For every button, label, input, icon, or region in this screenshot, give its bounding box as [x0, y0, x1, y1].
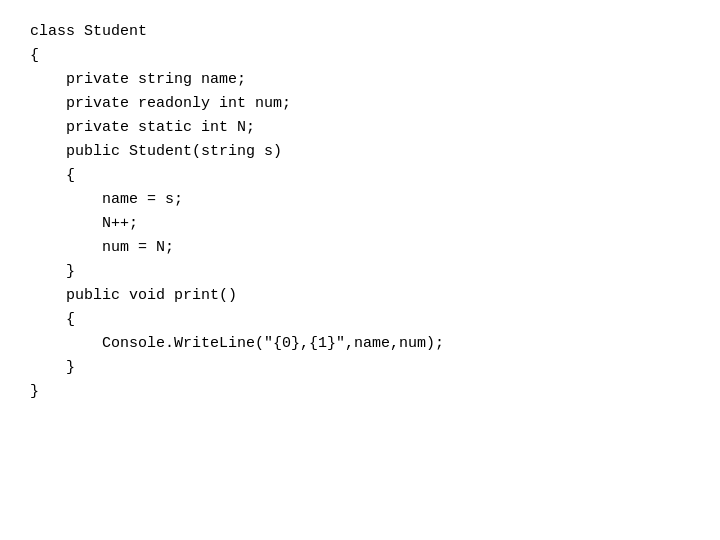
code-line: }: [30, 380, 690, 404]
code-line: {: [30, 308, 690, 332]
code-line: }: [30, 356, 690, 380]
code-line: public Student(string s): [30, 140, 690, 164]
code-line: name = s;: [30, 188, 690, 212]
code-line: N++;: [30, 212, 690, 236]
code-line: public void print(): [30, 284, 690, 308]
code-line: {: [30, 164, 690, 188]
code-line: {: [30, 44, 690, 68]
code-line: Console.WriteLine("{0},{1}",name,num);: [30, 332, 690, 356]
code-display: class Student{ private string name; priv…: [0, 0, 720, 540]
code-line: private string name;: [30, 68, 690, 92]
code-line: class Student: [30, 20, 690, 44]
code-block: class Student{ private string name; priv…: [30, 20, 690, 404]
code-line: private readonly int num;: [30, 92, 690, 116]
code-line: }: [30, 260, 690, 284]
code-line: num = N;: [30, 236, 690, 260]
code-line: private static int N;: [30, 116, 690, 140]
